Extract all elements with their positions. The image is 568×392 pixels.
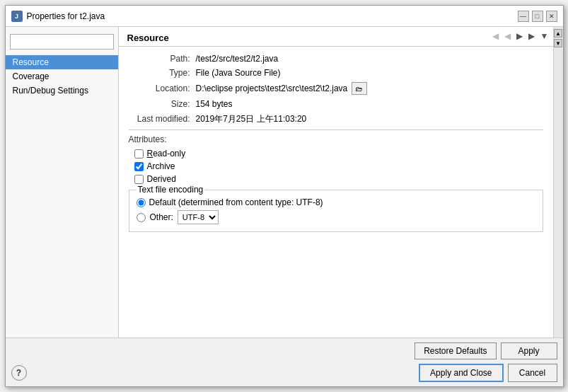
path-row: Path: /test2/src/test2/t2.java: [129, 54, 543, 64]
archive-label: Archive: [147, 161, 175, 171]
minimize-button[interactable]: —: [518, 11, 529, 22]
dialog-icon: J: [11, 11, 23, 22]
close-button[interactable]: ✕: [546, 11, 557, 22]
default-encoding-row: Default (determined from content type: U…: [137, 197, 535, 207]
nav-dropdown-icon[interactable]: ▼: [539, 31, 550, 41]
bottom-bar: Restore Defaults Apply ? Apply and Close…: [6, 338, 563, 386]
sidebar-item-coverage[interactable]: Coverage: [6, 69, 118, 83]
readonly-row: Read-only: [134, 149, 543, 158]
archive-row: Archive: [134, 161, 543, 171]
sidebar-item-run-debug[interactable]: Run/Debug Settings: [6, 83, 118, 98]
panel-header: Resource ◀ ◀ ▶ ▶ ▼: [119, 27, 553, 47]
nav-arrows: ◀ ◀ ▶ ▶ ▼: [491, 31, 550, 41]
attributes-label: Attributes:: [129, 134, 543, 144]
maximize-button[interactable]: □: [532, 11, 543, 22]
readonly-checkbox[interactable]: [134, 149, 144, 158]
scroll-up-button[interactable]: ▲: [554, 29, 562, 38]
encoding-title: Text file encoding: [137, 185, 205, 195]
readonly-label-text: R: [147, 149, 153, 158]
last-modified-value: 2019年7月25日 上午11:03:20: [196, 113, 307, 125]
main-panel: Resource ◀ ◀ ▶ ▶ ▼ Path: /test2/src/test…: [119, 27, 553, 338]
sidebar-item-resource[interactable]: Resource: [6, 55, 118, 69]
nav-forward2-icon[interactable]: ▶: [527, 31, 536, 41]
other-encoding-radio[interactable]: [137, 213, 146, 222]
title-bar: J Properties for t2.java — □ ✕: [6, 6, 563, 27]
panel-title: Resource: [127, 33, 169, 43]
panel-body: Path: /test2/src/test2/t2.java Type: Fil…: [119, 47, 553, 338]
derived-checkbox[interactable]: [134, 175, 144, 184]
main-content-wrapper: Resource ◀ ◀ ▶ ▶ ▼ Path: /test2/src/test…: [119, 27, 563, 338]
location-value-row: D:\eclipse projects\test2\src\test2\t2.j…: [196, 82, 368, 95]
other-encoding-label: Other:: [150, 212, 173, 222]
apply-and-close-button[interactable]: Apply and Close: [419, 364, 503, 382]
sidebar-search-input[interactable]: [10, 34, 114, 50]
apply-button[interactable]: Apply: [501, 342, 557, 359]
size-row: Size: 154 bytes: [129, 99, 543, 109]
title-bar-left: J Properties for t2.java: [11, 11, 105, 22]
nav-forward-icon[interactable]: ▶: [515, 31, 524, 41]
readonly-label-rest: ead-only: [153, 149, 185, 158]
scroll-bar: ▲ ▼: [553, 27, 563, 338]
scroll-down-button[interactable]: ▼: [554, 39, 562, 47]
location-row: Location: D:\eclipse projects\test2\src\…: [129, 82, 543, 95]
last-modified-label: Last modified:: [129, 114, 196, 124]
sidebar: Resource Coverage Run/Debug Settings: [6, 27, 119, 338]
derived-label: Derived: [147, 174, 176, 184]
bottom-bar-top: Restore Defaults Apply: [11, 342, 557, 359]
cancel-button[interactable]: Cancel: [508, 364, 557, 382]
properties-dialog: J Properties for t2.java — □ ✕ Resource …: [5, 5, 564, 387]
help-button[interactable]: ?: [11, 365, 27, 381]
encoding-select[interactable]: UTF-8: [178, 210, 219, 224]
dialog-title: Properties for t2.java: [27, 11, 105, 21]
size-label: Size:: [129, 99, 196, 109]
window-controls: — □ ✕: [518, 11, 557, 22]
type-row: Type: File (Java Source File): [129, 68, 543, 78]
bottom-bar-bottom: ? Apply and Close Cancel: [11, 364, 557, 382]
divider-1: [129, 129, 543, 130]
type-label: Type:: [129, 68, 196, 78]
last-modified-row: Last modified: 2019年7月25日 上午11:03:20: [129, 113, 543, 125]
encoding-section: Text file encoding Default (determined f…: [129, 190, 543, 232]
default-encoding-radio[interactable]: [137, 198, 146, 207]
content-area: Resource Coverage Run/Debug Settings Res…: [6, 27, 563, 338]
nav-back2-icon[interactable]: ◀: [503, 31, 512, 41]
other-encoding-row: Other: UTF-8: [137, 210, 535, 224]
size-value: 154 bytes: [196, 99, 233, 109]
readonly-label: Read-only: [147, 149, 186, 158]
dialog-action-buttons: Apply and Close Cancel: [419, 364, 557, 382]
archive-checkbox[interactable]: [134, 162, 144, 171]
derived-row: Derived: [134, 174, 543, 184]
type-value: File (Java Source File): [196, 68, 281, 78]
path-label: Path:: [129, 54, 196, 64]
location-value: D:\eclipse projects\test2\src\test2\t2.j…: [196, 83, 348, 93]
restore-defaults-button[interactable]: Restore Defaults: [415, 342, 496, 359]
path-value: /test2/src/test2/t2.java: [196, 54, 279, 64]
browse-location-button[interactable]: 🗁: [352, 82, 367, 95]
location-label: Location:: [129, 83, 196, 93]
nav-back-icon[interactable]: ◀: [491, 31, 500, 41]
default-encoding-label: Default (determined from content type: U…: [149, 197, 323, 207]
